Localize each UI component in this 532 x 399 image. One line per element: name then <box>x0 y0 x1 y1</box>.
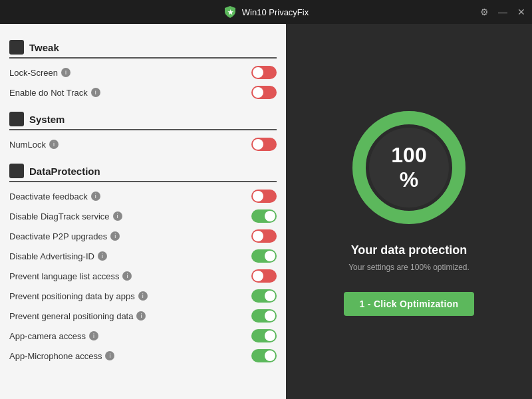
optimize-button[interactable]: 1 - Click Optimization <box>344 292 475 316</box>
toggle-switch[interactable] <box>251 190 277 203</box>
setting-label: Deactivate feedbacki <box>9 192 100 201</box>
right-panel: 100 % Your data protection Your settings… <box>286 24 532 399</box>
info-icon[interactable]: i <box>98 251 107 261</box>
titlebar-controls: ⚙ — ✕ <box>479 7 527 17</box>
setting-row: Enable do Not Tracki <box>0 82 286 102</box>
toggle-switch[interactable] <box>251 86 277 99</box>
section-divider-dataprotection <box>9 181 277 182</box>
toggle-switch[interactable] <box>251 289 277 303</box>
toggle-switch[interactable] <box>251 249 277 263</box>
setting-label-text: NumLock <box>9 140 46 150</box>
info-icon[interactable]: i <box>110 231 120 241</box>
toggle-switch[interactable] <box>251 66 277 79</box>
setting-label-text: Prevent general positioning data <box>9 311 133 321</box>
setting-label: App-Microphone accessi <box>9 351 114 361</box>
toggle-switch[interactable] <box>251 309 277 323</box>
setting-row: Prevent general positioning datai <box>0 306 286 326</box>
setting-row: App-camera accessi <box>0 326 286 346</box>
setting-row: NumLocki <box>0 134 286 154</box>
toggle-knob <box>253 67 263 78</box>
info-icon[interactable]: i <box>89 331 98 340</box>
section-title-tweak: Tweak <box>29 42 59 53</box>
protection-subtitle: Your settings are 100% optimized. <box>348 263 469 272</box>
info-icon[interactable]: i <box>105 351 114 360</box>
toggle-knob <box>253 271 263 281</box>
setting-label: Prevent positioning data by appsi <box>9 291 148 301</box>
setting-label-text: Disable Advertising-ID <box>9 251 94 261</box>
setting-row: Disable DiagTrack servicei <box>0 206 286 226</box>
close-button[interactable]: ✕ <box>516 7 527 17</box>
setting-label: Prevent language list accessi <box>9 271 132 281</box>
toggle-knob <box>265 311 275 321</box>
toggle-knob <box>253 139 263 150</box>
setting-row: Deactivate P2P upgradesi <box>0 226 286 246</box>
setting-label-text: Enable do Not Track <box>9 88 88 98</box>
setting-label-text: App-Microphone access <box>9 351 102 361</box>
info-icon[interactable]: i <box>49 140 59 149</box>
setting-label-text: Prevent language list access <box>9 271 119 281</box>
setting-row: Prevent language list accessi <box>0 266 286 286</box>
toggle-switch[interactable] <box>251 329 277 342</box>
info-icon[interactable]: i <box>91 192 100 201</box>
setting-label: Disable DiagTrack servicei <box>9 211 122 221</box>
left-panel: TweakLock-ScreeniEnable do Not TrackiSys… <box>0 24 286 399</box>
titlebar-title: Win10 PrivacyFix <box>242 7 309 17</box>
toggle-knob <box>265 331 275 341</box>
toggle-switch[interactable] <box>251 269 277 283</box>
setting-label-text: Lock-Screen <box>9 68 58 78</box>
setting-row: App-Microphone accessi <box>0 346 286 366</box>
settings-button[interactable]: ⚙ <box>479 7 489 17</box>
section-icon-system <box>9 112 24 126</box>
section-header-system: System <box>0 106 286 129</box>
main-content: TweakLock-ScreeniEnable do Not TrackiSys… <box>0 24 532 399</box>
setting-label-text: Deactivate feedback <box>9 192 88 201</box>
protection-title: Your data protection <box>351 243 467 257</box>
shield-icon: ★ <box>223 5 237 19</box>
toggle-switch[interactable] <box>251 229 277 243</box>
setting-label-text: Prevent positioning data by apps <box>9 291 135 301</box>
svg-text:★: ★ <box>227 9 233 16</box>
section-icon-tweak <box>9 40 24 55</box>
toggle-knob <box>253 87 263 98</box>
info-icon[interactable]: i <box>136 311 146 321</box>
setting-label-text: Deactivate P2P upgrades <box>9 231 107 241</box>
toggle-switch[interactable] <box>251 138 277 151</box>
toggle-knob <box>265 350 275 361</box>
titlebar: ★ Win10 PrivacyFix ⚙ — ✕ <box>0 0 532 24</box>
minimize-button[interactable]: — <box>497 7 508 17</box>
toggle-knob <box>253 231 263 241</box>
section-header-tweak: Tweak <box>0 35 286 57</box>
donut-center: 100 % <box>379 143 439 192</box>
setting-row: Lock-Screeni <box>0 63 286 82</box>
donut-chart: 100 % <box>349 108 469 227</box>
section-header-dataprotection: DataProtection <box>0 158 286 181</box>
toggle-switch[interactable] <box>251 349 277 362</box>
setting-label-text: App-camera access <box>9 331 86 341</box>
info-icon[interactable]: i <box>122 271 132 281</box>
setting-row: Prevent positioning data by appsi <box>0 286 286 306</box>
info-icon[interactable]: i <box>138 291 148 301</box>
info-icon[interactable]: i <box>113 211 122 221</box>
setting-label-text: Disable DiagTrack service <box>9 211 110 221</box>
setting-label: Deactivate P2P upgradesi <box>9 231 120 241</box>
section-icon-dataprotection <box>9 164 24 178</box>
setting-row: Deactivate feedbacki <box>0 186 286 206</box>
setting-row: Disable Advertising-IDi <box>0 246 286 266</box>
setting-label: Prevent general positioning datai <box>9 311 146 321</box>
info-icon[interactable]: i <box>91 88 100 97</box>
info-icon[interactable]: i <box>61 68 70 77</box>
setting-label: NumLocki <box>9 140 59 150</box>
toggle-knob <box>253 191 263 201</box>
section-title-system: System <box>29 114 65 125</box>
setting-label: App-camera accessi <box>9 331 98 341</box>
toggle-switch[interactable] <box>251 209 277 223</box>
setting-label: Disable Advertising-IDi <box>9 251 107 261</box>
setting-label: Lock-Screeni <box>9 68 70 78</box>
toggle-knob <box>265 251 275 261</box>
section-title-dataprotection: DataProtection <box>29 166 100 177</box>
toggle-knob <box>265 291 275 301</box>
section-divider-tweak <box>9 57 277 59</box>
toggle-knob <box>265 211 275 221</box>
percent-text: 100 % <box>391 143 426 192</box>
section-divider-system <box>9 129 277 130</box>
